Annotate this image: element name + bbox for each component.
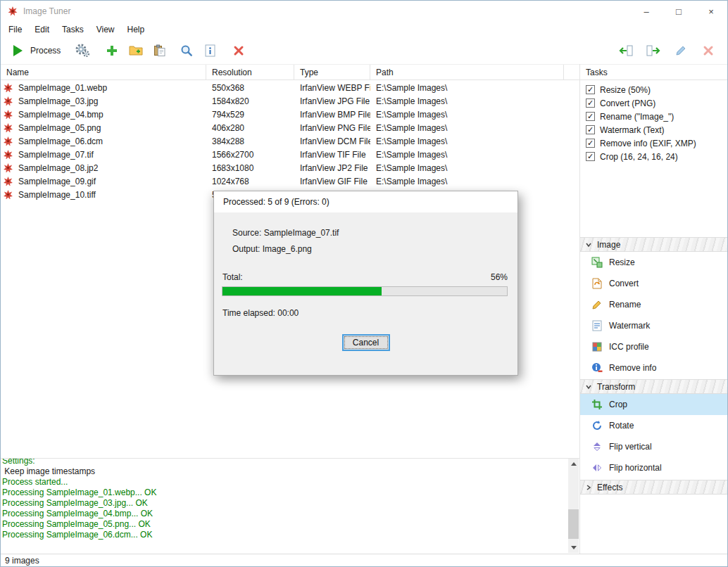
progress-bar — [222, 286, 508, 296]
settings-gear-icon[interactable] — [73, 40, 92, 61]
column-header-type[interactable]: Type — [294, 65, 370, 79]
section-header-image[interactable]: Image — [580, 237, 728, 252]
section-header-transform[interactable]: Transform — [580, 379, 728, 394]
section-header-effects[interactable]: Effects — [580, 480, 728, 495]
checkbox-checked-icon[interactable]: ✓ — [586, 139, 595, 148]
table-row[interactable]: SampleImage_05.png 406x280 IrfanView PNG… — [1, 121, 579, 134]
sidebar-item-rename[interactable]: Rename — [580, 294, 728, 315]
scrollbar-thumb[interactable] — [568, 509, 579, 539]
cancel-button[interactable]: Cancel — [342, 334, 390, 351]
scroll-up-button[interactable] — [568, 459, 579, 469]
table-row[interactable]: SampleImage_07.tif 1566x2700 IrfanView T… — [1, 148, 579, 161]
task-checkbox-item[interactable]: ✓ Remove info (EXIF, XMP) — [580, 136, 728, 150]
menu-tasks[interactable]: Tasks — [56, 23, 90, 36]
status-text: 9 images — [5, 556, 39, 566]
menu-help[interactable]: Help — [121, 23, 151, 36]
log-scrollbar[interactable] — [568, 459, 579, 553]
save-tasks-icon[interactable] — [644, 40, 663, 61]
file-name: SampleImage_06.dcm — [18, 136, 103, 146]
sidebar-item-flip-vertical[interactable]: Flip vertical — [580, 436, 728, 457]
maximize-button[interactable]: □ — [663, 1, 695, 22]
menu-edit[interactable]: Edit — [28, 23, 56, 36]
checkbox-checked-icon[interactable]: ✓ — [586, 98, 595, 108]
file-list: SampleImage_01.webp 550x368 IrfanView WE… — [1, 81, 579, 201]
paste-icon[interactable] — [151, 40, 169, 61]
file-name: SampleImage_08.jp2 — [18, 163, 98, 173]
preview-icon[interactable] — [177, 40, 196, 61]
delete-task-icon[interactable] — [699, 40, 717, 61]
play-icon — [11, 44, 25, 58]
crop-icon — [591, 399, 603, 410]
checkbox-checked-icon[interactable]: ✓ — [586, 112, 595, 121]
progress-percent: 56% — [491, 272, 508, 282]
file-path: E:\Sample Images\ — [370, 136, 564, 146]
table-row[interactable]: SampleImage_06.dcm 384x288 IrfanView DCM… — [1, 134, 579, 148]
process-button[interactable]: Process — [8, 40, 63, 61]
table-row[interactable]: SampleImage_03.jpg 1584x820 IrfanView JP… — [1, 94, 579, 108]
task-checkbox-item[interactable]: ✓ Resize (50%) — [580, 83, 728, 96]
sidebar-item-rotate[interactable]: Rotate — [580, 415, 728, 436]
file-type: IrfanView WEBP File — [294, 83, 370, 93]
sidebar-item-label: Remove info — [609, 363, 656, 373]
sidebar-item-label: Convert — [609, 279, 639, 288]
table-row[interactable]: SampleImage_04.bmp 794x529 IrfanView BMP… — [1, 108, 579, 121]
sidebar-item-convert[interactable]: Convert — [580, 273, 728, 294]
task-label: Rename ("Image_") — [600, 112, 674, 122]
sidebar-item-flip-horizontal[interactable]: Flip horizontal — [580, 457, 728, 478]
sidebar-item-watermark[interactable]: Watermark — [580, 315, 728, 336]
menu-view[interactable]: View — [90, 23, 121, 36]
remove-images-icon[interactable] — [230, 40, 248, 61]
file-resolution: 1584x820 — [206, 96, 294, 106]
table-row[interactable]: SampleImage_08.jp2 1683x1080 IrfanView J… — [1, 161, 579, 174]
sidebar-item-remove-info[interactable]: Remove info — [580, 357, 728, 378]
arrow-down-icon — [571, 546, 577, 549]
total-label: Total: — [222, 272, 243, 282]
log-line: Processing SampleImage_03.jpg... OK — [2, 498, 558, 509]
sidebar-item-icc-profile[interactable]: ICC profile — [580, 336, 728, 357]
log-line: Processing SampleImage_01.webp... OK — [2, 488, 558, 498]
task-list: ✓ Resize (50%) ✓ Convert (PNG) ✓ Rename … — [580, 83, 728, 163]
table-row[interactable]: SampleImage_01.webp 550x368 IrfanView WE… — [1, 81, 579, 94]
add-folder-icon[interactable] — [127, 40, 145, 61]
image-file-icon — [4, 83, 13, 93]
log-line: Process started... — [2, 477, 558, 488]
file-type: IrfanView BMP File — [294, 110, 370, 120]
task-checkbox-item[interactable]: ✓ Watermark (Text) — [580, 123, 728, 136]
column-header-name[interactable]: Name — [1, 65, 206, 79]
table-row[interactable]: SampleImage_09.gif 1024x768 IrfanView GI… — [1, 174, 579, 188]
checkbox-checked-icon[interactable]: ✓ — [586, 152, 595, 161]
log-line: Settings: — [2, 458, 558, 466]
task-checkbox-item[interactable]: ✓ Rename ("Image_") — [580, 110, 728, 123]
file-type: IrfanView JPG File — [294, 96, 370, 106]
column-header-path[interactable]: Path — [370, 65, 564, 79]
checkbox-checked-icon[interactable]: ✓ — [586, 85, 595, 94]
scroll-down-button[interactable] — [568, 542, 579, 553]
log-line: Processing SampleImage_04.bmp... OK — [2, 509, 558, 519]
sidebar-item-resize[interactable]: Resize — [580, 252, 728, 273]
load-tasks-icon[interactable] — [617, 40, 635, 61]
chevron-right-icon — [585, 484, 592, 491]
dialog-source-text: Source: SampleImage_07.tif — [232, 228, 517, 238]
menu-file[interactable]: File — [2, 23, 28, 36]
dialog-total-row: Total: 56% — [222, 272, 508, 282]
sidebar-item-label: Crop — [609, 400, 627, 409]
task-checkbox-item[interactable]: ✓ Crop (16, 24, 16, 24) — [580, 150, 728, 163]
file-type: IrfanView JP2 File — [294, 163, 370, 173]
close-button[interactable]: × — [695, 1, 727, 22]
flip-vertical-icon — [591, 441, 603, 452]
dialog-output-text: Output: Image_6.png — [232, 244, 517, 254]
minimize-button[interactable]: – — [630, 1, 663, 22]
column-header-resolution[interactable]: Resolution — [206, 65, 294, 79]
file-info-icon[interactable] — [201, 40, 220, 61]
file-resolution: 384x288 — [206, 136, 294, 146]
file-path: E:\Sample Images\ — [370, 177, 564, 186]
task-checkbox-item[interactable]: ✓ Convert (PNG) — [580, 96, 728, 110]
add-images-icon[interactable] — [103, 40, 121, 61]
icc-profile-icon — [591, 341, 603, 352]
checkbox-checked-icon[interactable]: ✓ — [586, 125, 595, 134]
file-resolution: 1566x2700 — [206, 150, 294, 160]
task-label: Convert (PNG) — [600, 98, 655, 108]
edit-task-icon[interactable] — [672, 40, 690, 61]
sidebar-item-crop[interactable]: Crop — [580, 394, 728, 415]
flip-horizontal-icon — [591, 462, 603, 473]
